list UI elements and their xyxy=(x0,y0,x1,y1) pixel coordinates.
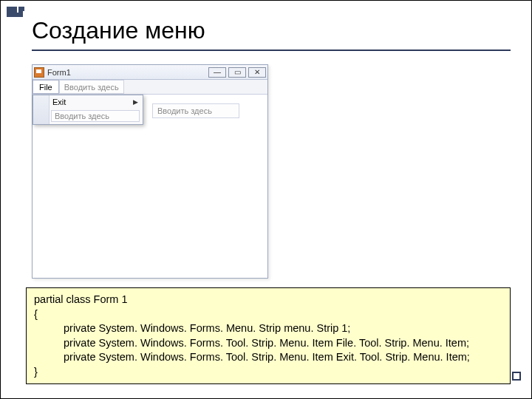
minimize-button[interactable]: — xyxy=(208,67,226,78)
menu-item-exit[interactable]: Exit ▶ xyxy=(33,95,143,109)
window-titlebar: Form1 — ▭ ✕ xyxy=(33,65,267,80)
close-button[interactable]: ✕ xyxy=(248,67,266,78)
form-icon xyxy=(34,67,44,78)
code-line: private System. Windows. Forms. Tool. St… xyxy=(34,350,502,365)
code-snippet: partial class Form 1 { private System. W… xyxy=(26,287,511,384)
submenu-arrow-icon: ▶ xyxy=(133,98,138,106)
dropdown-type-here[interactable]: Вводить здесь xyxy=(51,110,140,122)
code-line: { xyxy=(34,307,502,322)
menustrip[interactable]: File Вводить здесь xyxy=(33,80,267,95)
code-line: private System. Windows. Forms. Menu. St… xyxy=(34,321,502,336)
slide-title: Создание меню xyxy=(32,17,205,44)
window-title: Form1 xyxy=(47,68,208,77)
code-line: partial class Form 1 xyxy=(34,293,502,307)
winforms-designer-preview: Form1 — ▭ ✕ File Вводить здесь Exit ▶ Вв… xyxy=(32,64,268,279)
slide-corner-marker xyxy=(512,372,521,381)
menu-type-here[interactable]: Вводить здесь xyxy=(59,80,124,94)
menu-file[interactable]: File xyxy=(33,80,59,94)
submenu-type-here[interactable]: Вводить здесь xyxy=(152,103,239,118)
slide-corner-decoration xyxy=(7,7,23,17)
code-line: } xyxy=(34,365,502,380)
file-dropdown: Exit ▶ Вводить здесь xyxy=(33,95,143,125)
title-underline xyxy=(32,50,511,51)
menu-item-label: Exit xyxy=(52,98,66,106)
maximize-button[interactable]: ▭ xyxy=(228,67,246,78)
code-line: private System. Windows. Forms. Tool. St… xyxy=(34,336,502,351)
